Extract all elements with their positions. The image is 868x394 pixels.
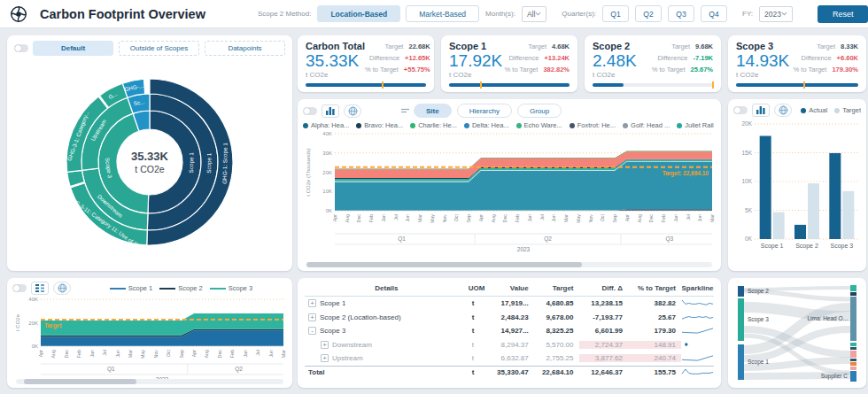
legend-item-scope-2[interactable]: Scope 2 xyxy=(159,284,203,292)
expand-icon[interactable]: - xyxy=(308,327,316,335)
expand-icon[interactable]: + xyxy=(308,299,316,307)
months-select[interactable]: All xyxy=(522,6,546,22)
scrollbar-thumb[interactable] xyxy=(24,379,136,384)
table-row-scope-2-location-based[interactable]: +Scope 2 (Location-based)t2,484.239,678.… xyxy=(305,311,714,325)
panel-toggle[interactable] xyxy=(733,106,748,114)
bar-actual-scope-1[interactable] xyxy=(760,136,771,239)
bar-actual-scope-3[interactable] xyxy=(829,153,841,239)
x-axis-month: Jun xyxy=(268,350,274,358)
column-header-details[interactable]: Details xyxy=(305,284,469,292)
method-button-market-based[interactable]: Market-Based xyxy=(406,5,479,22)
x-axis-month: Feb xyxy=(661,214,666,222)
kpi-stat-value: 25.67% xyxy=(691,64,713,75)
kpi-progress-bar xyxy=(449,83,570,87)
sparkline xyxy=(681,367,714,377)
expand-icon[interactable]: + xyxy=(308,313,316,321)
legend-item-target[interactable]: Target xyxy=(834,106,861,114)
horizontal-scrollbar[interactable] xyxy=(306,262,712,267)
legend-label: Delta: Hea... xyxy=(472,121,509,129)
x-axis-month: May xyxy=(140,350,145,359)
tab-site[interactable]: Site xyxy=(414,104,452,118)
panel-toggle[interactable] xyxy=(12,284,27,292)
scrollbar-thumb[interactable] xyxy=(306,262,582,267)
quarter-button-q3[interactable]: Q3 xyxy=(668,5,694,22)
table-header: DetailsUOMValueTargetDiff. Δ% to TargetS… xyxy=(305,281,714,297)
expand-icon[interactable]: + xyxy=(321,341,329,349)
options-lines-icon[interactable] xyxy=(401,107,409,114)
column-header-uom[interactable]: UOM xyxy=(469,284,489,292)
sankey-node-x[interactable] xyxy=(850,347,856,350)
bar-target-scope-2[interactable] xyxy=(808,183,819,239)
globe-icon[interactable] xyxy=(344,104,361,118)
table-row-scope-1[interactable]: +Scope 1t17,919...4,680.8513,238.15382.8… xyxy=(305,297,714,311)
legend-item-golf-head[interactable]: Golf: Head ... xyxy=(623,121,670,129)
sankey-node-scope-1[interactable] xyxy=(738,344,744,380)
bar-target-scope-1[interactable] xyxy=(773,212,785,239)
stacked-chart-icon[interactable] xyxy=(31,282,49,295)
sankey-node-x[interactable] xyxy=(850,351,856,358)
kpi-card-scope-3: Scope 314.93Kt CO2eTarget8.33KDifference… xyxy=(728,35,866,92)
sankey-node-x[interactable] xyxy=(850,343,856,346)
legend-item-foxtrot-he[interactable]: Foxtrot: He... xyxy=(570,121,616,129)
quarter-button-q2[interactable]: Q2 xyxy=(635,5,662,22)
cell-pct: 240.74 xyxy=(628,354,681,362)
column-header-diff[interactable]: Diff. Δ xyxy=(579,284,628,292)
legend-item-alpha-hea[interactable]: Alpha: Hea... xyxy=(303,121,349,129)
quarter-button-q1[interactable]: Q1 xyxy=(602,5,629,22)
legend-item-bravo-hea[interactable]: Bravo: Hea... xyxy=(356,121,403,129)
legend-item-charlie-he[interactable]: Charlie: He... xyxy=(410,121,457,129)
row-label: Total xyxy=(308,368,325,376)
legend-item-scope-3[interactable]: Scope 3 xyxy=(210,284,253,292)
column-header-to-target[interactable]: % to Target xyxy=(628,284,681,292)
legend-item-actual[interactable]: Actual xyxy=(801,106,827,114)
column-header-target[interactable]: Target xyxy=(534,284,579,292)
kpi-stat-value: +6.60K xyxy=(837,52,858,64)
legend-item-echo-ware[interactable]: Echo Ware... xyxy=(516,121,562,129)
sankey-node-lima-head-o[interactable] xyxy=(850,297,856,341)
legend-item-delta-hea[interactable]: Delta: Hea... xyxy=(464,121,509,129)
sunburst-center-unit: t CO2e xyxy=(135,164,164,174)
globe-icon[interactable] xyxy=(53,282,71,295)
tab-group[interactable]: Group xyxy=(517,104,562,118)
panel-toggle[interactable] xyxy=(303,107,317,115)
table-row-scope-3[interactable]: -Scope 3t14,927...8,325.256,601.99179.30 xyxy=(305,324,714,338)
bar-target-scope-3[interactable] xyxy=(842,191,854,239)
kpi-stat-label: % to Target xyxy=(652,64,686,75)
column-header-sparkline[interactable]: Sparkline xyxy=(681,284,714,292)
tab-hierarchy[interactable]: Hierarchy xyxy=(457,104,512,118)
view-button-outside-of-scopes[interactable]: Outside of Scopes xyxy=(119,41,199,56)
sankey-node-x[interactable] xyxy=(850,362,856,366)
sankey-node-scope-2[interactable] xyxy=(738,286,744,297)
bar-actual-scope-2[interactable] xyxy=(794,225,806,239)
view-button-datapoints[interactable]: Datapoints xyxy=(205,41,285,56)
horizontal-scrollbar[interactable] xyxy=(16,379,283,384)
kpi-stat-value: 4.68K xyxy=(552,41,570,52)
sankey-node-x[interactable] xyxy=(850,292,856,296)
expand-icon[interactable]: + xyxy=(321,354,329,362)
chevron-down-icon xyxy=(781,12,787,16)
bar-chart-icon[interactable] xyxy=(322,104,339,118)
table-row-downstream[interactable]: +Downstreamt8,294.375,570.002,724.37148.… xyxy=(305,338,714,352)
legend-item-juliet-rail[interactable]: Juliet Rail ... xyxy=(677,121,716,129)
method-button-location-based[interactable]: Location-Based xyxy=(317,5,400,22)
reset-button[interactable]: Reset xyxy=(818,5,868,23)
sankey-node-scope-3[interactable] xyxy=(738,298,744,341)
view-button-default[interactable]: Default xyxy=(33,41,113,56)
legend-item-scope-1[interactable]: Scope 1 xyxy=(110,284,153,292)
cell-sparkline xyxy=(681,298,714,308)
bar-chart-icon[interactable] xyxy=(752,104,770,117)
table-row-upstream[interactable]: +Upstreamt6,632.872,755.253,877.62240.74 xyxy=(305,352,714,366)
panel-toggle[interactable] xyxy=(14,44,28,52)
table-row-total[interactable]: Totalt35,330.4722,684.1012,646.37155.75 xyxy=(305,366,714,380)
sankey-node-x[interactable] xyxy=(850,359,856,361)
legend-label: Echo Ware... xyxy=(524,121,562,129)
sankey-node-supplier-c[interactable] xyxy=(850,371,856,382)
quarter-button-q4[interactable]: Q4 xyxy=(701,5,727,22)
column-header-value[interactable]: Value xyxy=(489,284,534,292)
globe-icon[interactable] xyxy=(774,104,792,117)
fy-select[interactable]: 2023 xyxy=(759,6,793,22)
sankey-node-label: Scope 3 xyxy=(748,316,769,323)
x-axis-month: Jul xyxy=(102,350,107,356)
sankey-node-x[interactable] xyxy=(850,367,856,370)
sankey-node-x[interactable] xyxy=(850,285,856,291)
